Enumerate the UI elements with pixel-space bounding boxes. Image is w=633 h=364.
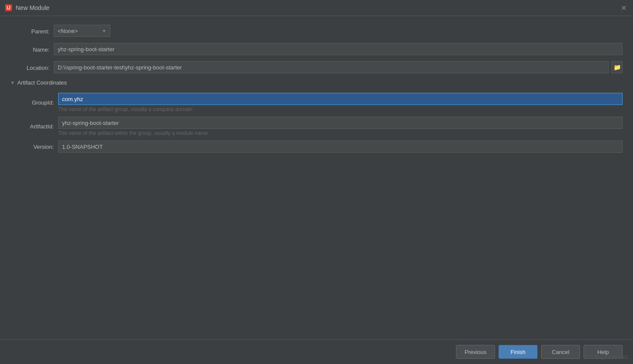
name-field-container [54, 43, 623, 55]
parent-label: Parent: [10, 27, 49, 35]
artifact-section: GroupId: The name of the artifact group,… [15, 93, 623, 153]
location-input[interactable] [54, 61, 609, 73]
close-button[interactable]: ✕ [619, 3, 628, 12]
artifact-id-row: ArtifactId: The name of the artifact wit… [15, 117, 623, 136]
location-label: Location: [10, 64, 49, 71]
artifact-id-input[interactable] [58, 117, 623, 129]
group-id-label: GroupId: [15, 99, 54, 106]
dialog-content: Parent: <None> ▼ Name: Location: 📁 [0, 16, 633, 339]
artifact-id-field-container: The name of the artifact within the grou… [58, 117, 623, 136]
location-field-area: 📁 [54, 61, 623, 73]
parent-dropdown[interactable]: <None> ▼ [54, 25, 110, 37]
version-row: Version: [15, 141, 623, 153]
title-bar: IJ New Module ✕ [0, 0, 633, 16]
artifact-section-header: ▼ Artifact Coordinates [10, 79, 623, 86]
name-label: Name: [10, 46, 49, 53]
parent-dropdown-value: <None> [58, 28, 78, 34]
dialog-footer: Previous Finish Cancel Help [0, 339, 633, 364]
version-input[interactable] [58, 141, 623, 153]
new-module-dialog: IJ New Module ✕ Parent: <None> ▼ Name: [0, 0, 633, 364]
section-toggle-icon[interactable]: ▼ [10, 80, 15, 85]
name-row: Name: [10, 43, 623, 55]
browse-folder-button[interactable]: 📁 [611, 61, 623, 73]
finish-button[interactable]: Finish [499, 345, 538, 359]
group-id-field-container: The name of the artifact group, usually … [58, 93, 623, 112]
group-id-hint: The name of the artifact group, usually … [58, 106, 623, 112]
cancel-button[interactable]: Cancel [541, 345, 580, 359]
dialog-icon: IJ [5, 4, 12, 11]
name-input[interactable] [54, 43, 623, 55]
version-label: Version: [15, 144, 54, 150]
artifact-section-title: Artifact Coordinates [17, 79, 67, 86]
previous-button[interactable]: Previous [456, 345, 495, 359]
location-row: Location: 📁 [10, 61, 623, 73]
chevron-down-icon: ▼ [102, 29, 106, 33]
group-id-row: GroupId: The name of the artifact group,… [15, 93, 623, 112]
version-field-container [58, 141, 623, 153]
watermark: CSDN @Bruce1801 [586, 354, 629, 360]
group-id-input[interactable] [58, 93, 623, 105]
title-bar-left: IJ New Module [5, 4, 49, 11]
artifact-id-label: ArtifactId: [15, 123, 54, 130]
dialog-title: New Module [16, 4, 49, 11]
parent-row: Parent: <None> ▼ [10, 25, 623, 37]
dialog-overlay: IJ New Module ✕ Parent: <None> ▼ Name: [0, 0, 633, 364]
artifact-id-hint: The name of the artifact within the grou… [58, 130, 623, 136]
